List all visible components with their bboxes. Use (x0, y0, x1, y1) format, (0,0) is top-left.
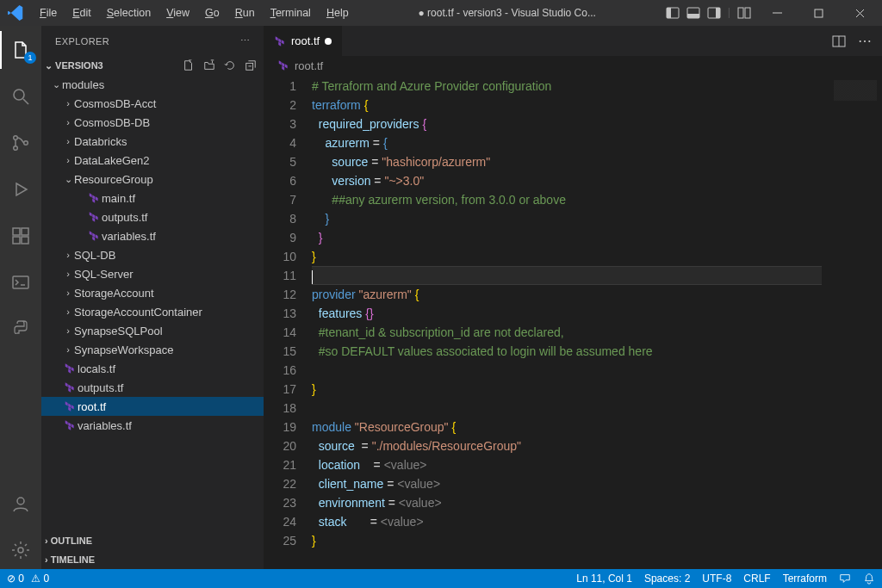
chevron-down-icon: ⌄ (50, 79, 62, 90)
outline-section[interactable]: › OUTLINE (41, 531, 264, 550)
folder-resourcegroup[interactable]: ⌄ResourceGroup (41, 170, 264, 189)
tree-label: SynapseWorkspace (74, 344, 173, 356)
explorer-header: EXPLORER ⋯ (41, 26, 264, 56)
panel-left-icon[interactable] (666, 6, 680, 20)
tab-more-icon[interactable]: ⋯ (858, 33, 872, 49)
folder-synapseworkspace[interactable]: ›SynapseWorkspace (41, 340, 264, 359)
svg-marker-17 (16, 183, 27, 195)
minimap[interactable] (822, 75, 882, 569)
file-outputs-tf[interactable]: outputs.tf (41, 207, 264, 226)
folder-storageaccount[interactable]: ›StorageAccount (41, 283, 264, 302)
activity-explorer[interactable]: 1 (0, 31, 41, 69)
folder-cosmosdb-db[interactable]: ›CosmosDB-DB (41, 113, 264, 132)
timeline-section[interactable]: › TIMELINE (41, 550, 264, 569)
chevron-right-icon: › (62, 269, 74, 279)
svg-point-12 (14, 90, 24, 100)
activity-source-control[interactable] (0, 124, 41, 162)
folder-synapsesqlpool[interactable]: ›SynapseSQLPool (41, 321, 264, 340)
folder-databricks[interactable]: ›Databricks (41, 132, 264, 151)
menu-selection[interactable]: Selection (100, 3, 158, 22)
minimize-button[interactable] (758, 0, 796, 26)
file-locals-tf[interactable]: locals.tf (41, 359, 264, 378)
menu-go[interactable]: Go (198, 3, 227, 22)
file-variables-tf[interactable]: variables.tf (41, 416, 264, 435)
editor-area: root.tf ⋯ root.tf 1234567891011121314151… (264, 26, 882, 569)
status-bar: ⊘ 0 ⚠ 0 Ln 11, Col 1 Spaces: 2 UTF-8 CRL… (0, 569, 882, 588)
tree-label: CosmosDB-DB (74, 116, 150, 129)
file-variables-tf[interactable]: variables.tf (41, 226, 264, 245)
svg-line-13 (23, 99, 28, 104)
svg-rect-5 (716, 8, 720, 18)
svg-rect-1 (667, 8, 671, 18)
menu-help[interactable]: Help (320, 3, 356, 22)
folder-datalakegen2[interactable]: ›DataLakeGen2 (41, 151, 264, 170)
svg-rect-7 (745, 8, 750, 18)
status-indent[interactable]: Spaces: 2 (644, 573, 690, 585)
split-editor-icon[interactable] (832, 34, 846, 48)
menu-view[interactable]: View (159, 3, 196, 22)
code-content[interactable]: # Terraform and Azure Provider configura… (312, 75, 822, 569)
svg-rect-6 (738, 8, 743, 18)
status-line-col[interactable]: Ln 11, Col 1 (576, 573, 632, 585)
refresh-icon[interactable] (224, 59, 236, 71)
terraform-file-icon (62, 362, 78, 374)
terraform-file-icon (277, 59, 289, 71)
menu-edit[interactable]: Edit (65, 3, 98, 22)
title-bar: FileEditSelectionViewGoRunTerminalHelp ●… (0, 0, 882, 26)
activity-python[interactable] (0, 310, 41, 348)
activity-extensions[interactable] (0, 217, 41, 255)
svg-point-16 (24, 141, 28, 145)
activity-search[interactable] (0, 77, 41, 115)
layout-grid-icon[interactable] (737, 6, 751, 20)
svg-rect-19 (13, 237, 20, 244)
panel-right-icon[interactable] (707, 6, 721, 20)
breadcrumb[interactable]: root.tf (264, 56, 882, 75)
activity-settings[interactable] (0, 531, 41, 569)
menu-file[interactable]: File (33, 3, 64, 22)
svg-rect-21 (22, 228, 28, 235)
file-outputs-tf[interactable]: outputs.tf (41, 378, 264, 397)
status-errors[interactable]: ⊘ 0 (7, 573, 24, 585)
tree-label: DataLakeGen2 (74, 154, 149, 167)
status-warnings[interactable]: ⚠ 0 (31, 573, 49, 585)
folder-modules[interactable]: ⌄modules (41, 75, 264, 94)
menu-run[interactable]: Run (228, 3, 262, 22)
status-encoding[interactable]: UTF-8 (702, 573, 731, 585)
tree-label: StorageAccountContainer (74, 306, 202, 319)
status-language[interactable]: Terraform (783, 573, 827, 585)
tab-label: root.tf (291, 34, 320, 47)
collapse-all-icon[interactable] (245, 59, 257, 71)
chevron-right-icon: › (62, 117, 74, 127)
tree-label: SQL-DB (74, 249, 115, 262)
folder-storageaccountcontainer[interactable]: ›StorageAccountContainer (41, 302, 264, 321)
tree-label: main.tf (102, 192, 135, 205)
panel-bottom-icon[interactable] (686, 6, 700, 20)
tree-label: SQL-Server (74, 268, 134, 281)
window-title: ● root.tf - version3 - Visual Studio Co.… (356, 7, 659, 19)
new-file-icon[interactable] (183, 59, 195, 71)
tree-label: ResourceGroup (74, 173, 153, 186)
project-header[interactable]: ⌄ VERSION3 (41, 56, 264, 75)
svg-rect-3 (687, 14, 699, 18)
close-button[interactable] (841, 0, 879, 26)
folder-sql-db[interactable]: ›SQL-DB (41, 245, 264, 264)
tree-label: variables.tf (102, 230, 156, 243)
activity-run-debug[interactable] (0, 170, 41, 208)
svg-point-14 (14, 136, 18, 140)
explorer-more-icon[interactable]: ⋯ (240, 35, 250, 46)
activity-accounts[interactable] (0, 485, 41, 523)
activity-terminal[interactable] (0, 263, 41, 301)
chevron-right-icon: › (62, 98, 74, 108)
status-feedback-icon[interactable] (839, 573, 851, 585)
maximize-button[interactable] (799, 0, 837, 26)
status-eol[interactable]: CRLF (743, 573, 770, 585)
file-root-tf[interactable]: root.tf (41, 397, 264, 416)
status-bell-icon[interactable] (863, 573, 875, 585)
folder-cosmosdb-acct[interactable]: ›CosmosDB-Acct (41, 94, 264, 113)
folder-sql-server[interactable]: ›SQL-Server (41, 264, 264, 283)
menu-terminal[interactable]: Terminal (264, 3, 318, 22)
file-main-tf[interactable]: main.tf (41, 189, 264, 207)
editor-body[interactable]: 1234567891011121314151617181920212223242… (264, 75, 882, 569)
tab-root-tf[interactable]: root.tf (264, 26, 343, 56)
new-folder-icon[interactable] (203, 59, 215, 71)
